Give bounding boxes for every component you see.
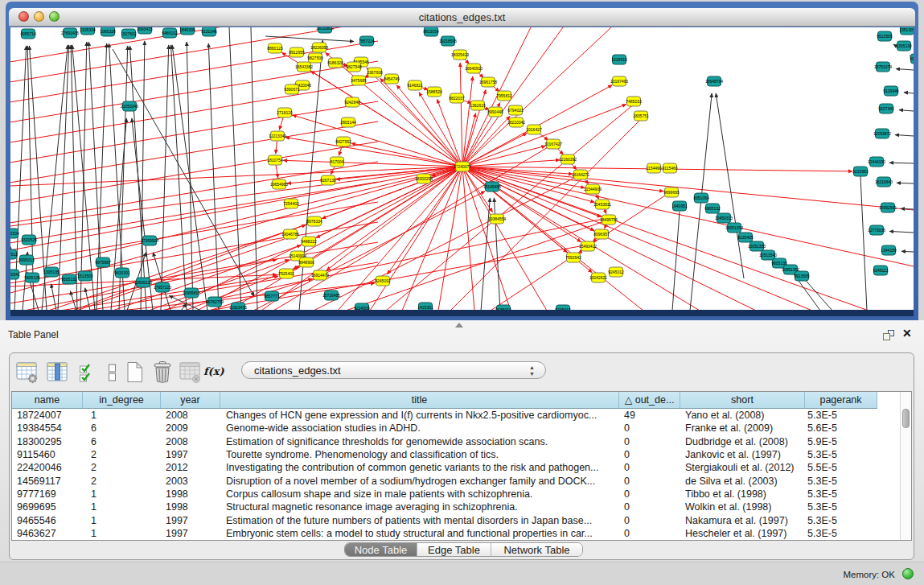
graph-node-label: 9245012 — [608, 270, 624, 274]
table-row[interactable]: 2242004622012Investigating the contribut… — [12, 461, 877, 475]
graph-node-label: 9390671 — [284, 87, 300, 92]
citation-network-graph[interactable]: 8860123891295518226058982750816543382818… — [10, 27, 914, 310]
graph-node-label: 1016427 — [526, 127, 542, 132]
memory-status-label: Memory: OK — [843, 570, 895, 579]
table-row[interactable]: 969969511998Structural magnetic resonanc… — [12, 501, 877, 514]
graph-node-label: 15145455 — [483, 184, 501, 189]
merge-rows-button[interactable] — [108, 363, 117, 383]
graph-node-label: 1351305 — [899, 27, 914, 32]
graph-node-label: 1362615 — [470, 103, 486, 108]
cell: 2003 — [166, 475, 219, 488]
table-selector-dropdown[interactable]: citations_edges.txt ▲▼ — [241, 361, 546, 379]
table-row[interactable]: 1830029562008Estimation of significance … — [12, 435, 877, 449]
graph-node-label: 9320525 — [21, 237, 37, 242]
graph-node-label: 9224509 — [354, 306, 370, 310]
table-row[interactable]: 1456911722003Disruption of a novel membe… — [12, 475, 877, 488]
scrollbar-thumb[interactable] — [902, 409, 910, 428]
column-header-title[interactable]: title — [220, 392, 619, 409]
network-window-titlebar[interactable]: citations_edges.txt — [9, 8, 915, 27]
graph-node-label: 12160392 — [559, 157, 577, 162]
graph-node-label: 12093872 — [873, 131, 891, 136]
table-row[interactable]: 946362711997Embryonic stem cells: a mode… — [12, 527, 877, 541]
graph-node-label: 817004 — [331, 159, 344, 164]
cell: 0 — [624, 461, 679, 474]
graph-node-label: 1835751 — [633, 113, 649, 118]
graph-node-label: 7485033 — [626, 99, 642, 104]
cell: 18300295 — [17, 435, 81, 448]
cell: Changes of HCN gene expression and I(f) … — [226, 409, 618, 422]
cell: 0 — [624, 435, 679, 448]
cell: Jankovic et al. (1997) — [685, 448, 803, 461]
column-header-short[interactable]: short — [680, 392, 805, 409]
graph-node-label: 1305135 — [43, 270, 60, 274]
graph-node-label: 12213349 — [269, 134, 286, 138]
graph-node-label: 15751074 — [874, 64, 892, 69]
table-row[interactable]: 1938455462009Genome-wide association stu… — [12, 422, 877, 435]
graph-node-label: 9135013 — [495, 307, 511, 310]
graph-node-label: 16782759 — [206, 299, 224, 304]
cell: 1998 — [166, 488, 219, 501]
graph-node-label: 16210643 — [875, 179, 893, 184]
table-row[interactable]: 1872400712008Changes of HCN gene express… — [12, 409, 877, 422]
table-row[interactable]: 977716911998Corpus callosum shape and si… — [12, 488, 877, 501]
cell: 2009 — [166, 422, 219, 435]
table-settings-button[interactable] — [16, 362, 39, 384]
graph-node-label: 5905135 — [24, 275, 40, 280]
graph-node-label: 17240077 — [454, 164, 471, 169]
table-row[interactable]: 911546021997Tourette syndrome. Phenomeno… — [12, 448, 877, 462]
graph-node-label: 9245113 — [873, 268, 888, 273]
graph-node-label: 17359924 — [141, 238, 158, 243]
graph-node-label: 9242848 — [344, 100, 360, 105]
float-panel-icon[interactable] — [883, 330, 894, 340]
cell: Stergiakouli et al. (2012) — [685, 461, 803, 474]
delete-table-button[interactable] — [152, 361, 173, 384]
show-columns-button[interactable] — [47, 362, 69, 384]
column-header-name[interactable]: name — [12, 392, 83, 409]
cell: Estimation of significance thresholds fo… — [226, 435, 618, 448]
cell: Genome-wide association studies in ADHD. — [226, 422, 618, 435]
column-header-indegree[interactable]: in_degree — [83, 392, 161, 409]
new-table-button[interactable] — [125, 361, 145, 384]
graph-node-label: 11923465 — [229, 305, 247, 310]
graph-node-label: 2260534 — [10, 231, 19, 236]
cell: 22420046 — [17, 461, 81, 474]
panel-resize-grip[interactable] — [455, 323, 463, 328]
graph-node-label: 21053346 — [121, 104, 138, 109]
graph-node-label: 9827508 — [307, 56, 323, 60]
table-header-row: namein_degreeyeartitle△ out_de...shortpa… — [12, 392, 877, 409]
cell: 1 — [91, 514, 159, 527]
close-panel-icon[interactable]: ✕ — [902, 327, 912, 340]
cell: 1 — [91, 501, 159, 513]
graph-node-label: 9051353 — [910, 56, 914, 61]
cell: 0 — [624, 422, 679, 435]
column-header-year[interactable]: year — [161, 392, 220, 409]
table-panel-title: Table Panel — [8, 329, 59, 340]
column-header-pagerank[interactable]: pagerank — [805, 392, 877, 409]
select-columns-button[interactable] — [79, 363, 97, 383]
cell: 2 — [91, 475, 159, 488]
cell: 6 — [91, 435, 159, 448]
graph-node-label: 16164271 — [572, 172, 589, 177]
function-builder-button[interactable]: f(x) — [203, 365, 224, 377]
gear-icon — [28, 374, 37, 383]
graph-node-label: 1527602 — [121, 31, 137, 36]
import-table-button-disabled — [179, 362, 202, 384]
graph-node-label: 10197493 — [610, 79, 628, 84]
graph-node-label: 8860123 — [267, 46, 283, 51]
cell: 0 — [624, 527, 679, 540]
tab-network-table[interactable]: Network Table — [491, 543, 582, 556]
graph-node-label: 6466102 — [162, 31, 178, 35]
graph-node-label: 8990448 — [487, 109, 503, 114]
graph-node-label: 11544909 — [584, 187, 602, 192]
graph-node-label: 16648794 — [705, 79, 723, 84]
table-panel-box: f(x) citations_edges.txt ▲▼ namein_degre… — [9, 352, 914, 560]
graph-node-label: 4055714 — [20, 31, 36, 36]
tab-node-table[interactable]: Node Table — [345, 543, 417, 556]
graph-node-label: 8096957 — [593, 232, 610, 237]
table-row[interactable]: 946554611997Estimation of the future num… — [12, 514, 877, 528]
table-scrollbar[interactable] — [900, 392, 911, 540]
network-canvas[interactable]: 8860123891295518226058982750816543382818… — [10, 27, 914, 310]
column-header-outde[interactable]: △ out_de... — [619, 392, 680, 409]
tab-edge-table[interactable]: Edge Table — [417, 543, 491, 556]
cell: 0 — [624, 514, 679, 527]
